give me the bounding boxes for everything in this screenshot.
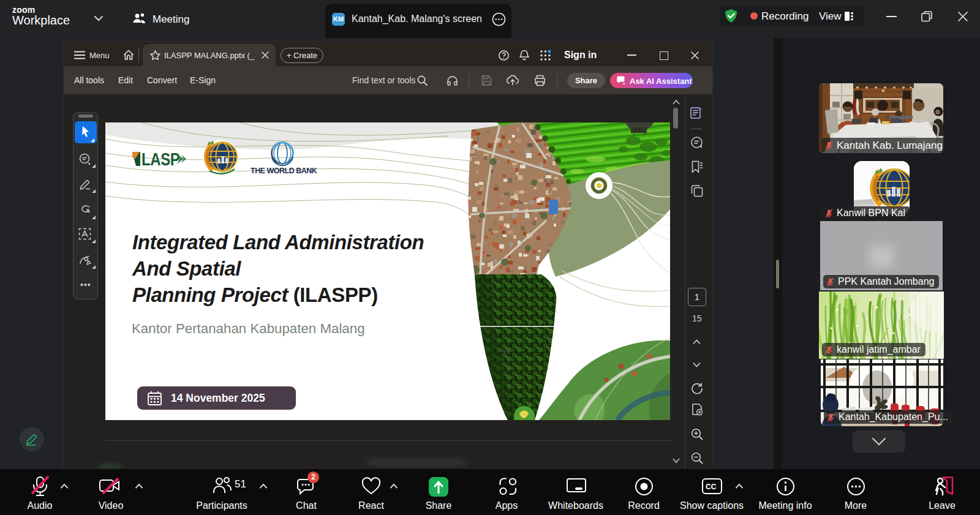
svg-text:THE WORLD BANK: THE WORLD BANK [251,167,317,175]
svg-text:Kantor Pertanahan Kabupaten Ma: Kantor Pertanahan Kabupaten Malang [132,321,365,336]
svg-text:14 November 2025: 14 November 2025 [171,392,265,404]
svg-text:And Spatial: And Spatial [132,257,241,280]
svg-text:LASP: LASP [141,148,180,169]
svg-text:CC: CC [706,483,717,491]
svg-text:Planning Project (ILASPP): Planning Project (ILASPP) [132,284,378,306]
svg-text:Integrated Land Administration: Integrated Land Administration [132,231,424,254]
